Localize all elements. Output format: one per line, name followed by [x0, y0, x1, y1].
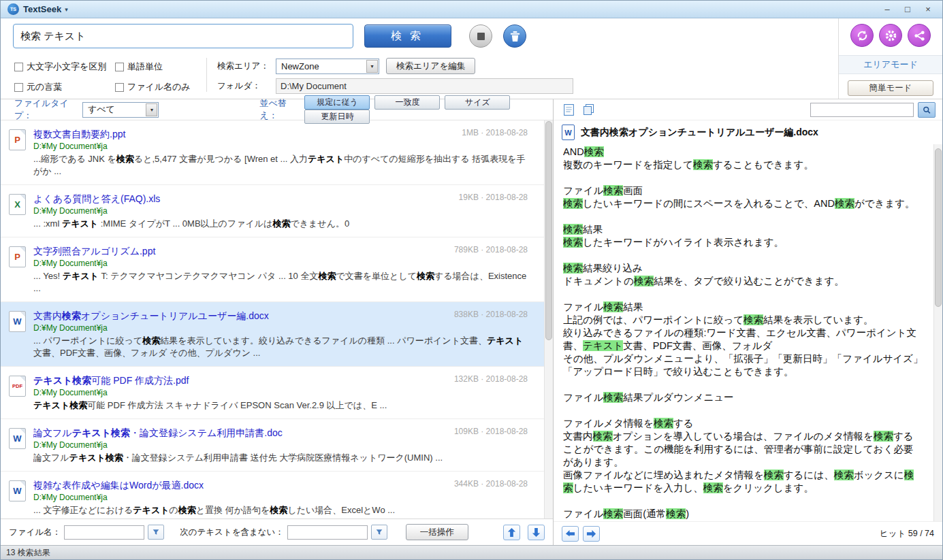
- preview-line: ファイル検索画面: [563, 184, 923, 197]
- gear-icon: [884, 29, 897, 42]
- sync-button[interactable]: [850, 24, 874, 47]
- checkbox-box[interactable]: [115, 63, 124, 71]
- result-item[interactable]: W 344KB · 2018-08-28 複雑な表作成や編集はWordが最適.d…: [1, 472, 544, 518]
- preview-line: ファイル検索結果プルダウンメニュー: [563, 391, 923, 404]
- open-folder-button[interactable]: [581, 101, 597, 118]
- result-item[interactable]: PDF 132KB · 2018-08-28 テキスト検索可能 PDF 作成方法…: [1, 367, 544, 419]
- filename-filter-button[interactable]: [148, 525, 164, 540]
- folder-field[interactable]: [276, 78, 573, 94]
- close-button[interactable]: ×: [918, 2, 938, 17]
- main-area: ファイルタイプ： すべて ▾ 並べ替え： 規定に従う一致度サイズ更新日時 P 1…: [1, 99, 942, 545]
- checkbox-box[interactable]: [115, 83, 124, 92]
- filetype-label: ファイルタイプ：: [14, 97, 78, 122]
- open-file-button[interactable]: [560, 101, 577, 118]
- prev-result-button[interactable]: [503, 525, 520, 540]
- checkbox-box[interactable]: [14, 63, 23, 71]
- clear-results-button[interactable]: [503, 24, 526, 48]
- result-meta: 789KB · 2018-08-28: [454, 245, 528, 254]
- filetype-dropdown[interactable]: すべて ▾: [82, 102, 159, 118]
- file-icon: X: [9, 194, 26, 215]
- area-mode-link[interactable]: エリアモード: [839, 55, 942, 74]
- highlighted-term: 検索: [703, 482, 723, 493]
- preview-line: 検索結果: [563, 223, 923, 236]
- highlighted-term: 検索: [835, 198, 854, 209]
- preview-line: [563, 171, 923, 184]
- checkbox-box[interactable]: [14, 83, 23, 92]
- preview-toolbar: [554, 99, 942, 120]
- result-item[interactable]: X 19KB · 2018-08-28 よくある質問と答え(FAQ).xls D…: [1, 185, 544, 237]
- simple-mode-button[interactable]: 簡単モード: [848, 80, 933, 96]
- maximize-button[interactable]: □: [897, 2, 918, 17]
- result-path: D:¥My Document¥ja: [33, 387, 529, 399]
- preview-scrollbar[interactable]: [933, 144, 942, 521]
- result-item[interactable]: W 109KB · 2018-08-28 論文フルテキスト検索・論文登録システム…: [1, 419, 544, 472]
- result-snippet: ... 文字修正などにおけるテキストの検索と置換 何か語句を検索したい場合、Ex…: [33, 504, 529, 516]
- result-path: D:¥My Document¥ja: [33, 323, 529, 334]
- minimize-button[interactable]: –: [877, 2, 897, 17]
- preview-bottom-bar: ヒット 59 / 74: [554, 521, 942, 545]
- result-item[interactable]: P 789KB · 2018-08-28 文字列照合アルゴリズム.ppt D:¥…: [1, 237, 544, 302]
- highlighted-term: 検索: [584, 146, 604, 157]
- sort-buttons: 規定に従う一致度サイズ更新日時: [304, 95, 553, 124]
- titlebar: TS TextSeek ▾ – □ ×: [1, 1, 942, 18]
- exclude-text-input[interactable]: [287, 525, 368, 540]
- batch-operations-button[interactable]: 一括操作: [406, 524, 468, 540]
- stop-button[interactable]: [469, 24, 492, 48]
- highlighted-term: 検索: [563, 470, 914, 493]
- results-bottom-bar: ファイル名： 次のテキストを含まない： 一括操作: [1, 518, 553, 545]
- highlighted-term: 検索: [693, 159, 713, 170]
- status-bar: 13 検索結果: [1, 545, 942, 559]
- preview-line: [563, 249, 923, 262]
- result-snippet: 論文フルテキスト検索・論文登録システム利用申請書 送付先 大学病院医療情報ネット…: [33, 452, 529, 464]
- share-button[interactable]: [908, 24, 931, 47]
- settings-button[interactable]: [879, 24, 902, 47]
- results-scrollbar[interactable]: [544, 120, 553, 518]
- result-snippet: ... Yes! テキスト T: テクマクマヤコンテクマクマヤコン パタ ...…: [33, 270, 529, 295]
- exclude-filter-button[interactable]: [371, 525, 387, 540]
- preview-doc-title: 文書内検索オプションチュートリアルユーザー編.docx: [581, 127, 818, 139]
- result-title[interactable]: 複数文書自動要約.ppt: [33, 127, 529, 141]
- highlighted-term: 検索: [666, 508, 686, 519]
- preview-search-input[interactable]: [810, 103, 914, 117]
- highlighted-term: 検索: [634, 276, 654, 286]
- checkbox-label: 大文字小文字を区別: [27, 61, 106, 73]
- checkbox-label: 元の言葉: [27, 81, 62, 93]
- option-checkbox[interactable]: 元の言葉: [14, 80, 115, 95]
- search-area-label: 検索エリア：: [217, 61, 269, 72]
- option-checkbox[interactable]: ファイル名のみ: [115, 80, 191, 95]
- search-button[interactable]: 検索: [364, 24, 451, 48]
- option-checkbox[interactable]: 単語単位: [115, 59, 191, 74]
- filename-label: ファイル名：: [9, 527, 61, 538]
- preview-search-button[interactable]: [918, 102, 936, 118]
- up-arrow-icon: [507, 527, 517, 538]
- option-checkbox[interactable]: 大文字小文字を区別: [14, 59, 115, 74]
- preview-line: 検索結果絞り込み: [563, 262, 923, 275]
- document-icon: [563, 103, 575, 116]
- file-icon: W: [9, 480, 26, 501]
- trash-icon: [510, 31, 520, 42]
- app-title-menu[interactable]: TextSeek ▾: [23, 4, 68, 14]
- scrollbar-thumb[interactable]: [935, 148, 942, 307]
- left-arrow-icon: [565, 529, 575, 539]
- highlighted-term: 検索: [593, 431, 613, 442]
- funnel-icon: [153, 527, 159, 537]
- search-area-dropdown[interactable]: NewZone ▾: [276, 59, 379, 74]
- result-title[interactable]: よくある質問と答え(FAQ).xls: [33, 192, 529, 205]
- result-meta: 838KB · 2018-08-28: [454, 310, 528, 319]
- hit-counter: ヒット 59 / 74: [880, 528, 934, 540]
- next-hit-button[interactable]: [583, 526, 600, 542]
- scrollbar-thumb[interactable]: [545, 121, 552, 340]
- result-item[interactable]: P 1MB · 2018-08-28 複数文書自動要約.ppt D:¥My Do…: [1, 120, 544, 185]
- preview-line: ファイルメタ情報を検索する: [563, 417, 923, 430]
- edit-search-area-button[interactable]: 検索エリアを編集: [386, 58, 475, 74]
- results-toolbar: ファイルタイプ： すべて ▾ 並べ替え： 規定に従う一致度サイズ更新日時: [1, 99, 553, 120]
- filetype-value: すべて: [88, 103, 115, 116]
- prev-hit-button[interactable]: [562, 526, 579, 542]
- window-controls: – □ ×: [877, 2, 938, 17]
- result-item[interactable]: W 838KB · 2018-08-28 文書内検索オプションチュートリアルユー…: [1, 302, 544, 367]
- preview-line: 文書内検索オプションを導入している場合は、ファイルのメタ情報を検索することができ…: [563, 430, 923, 469]
- search-input[interactable]: [13, 24, 353, 48]
- options-row: 大文字小文字を区別元の言葉単語単位ファイル名のみ 検索エリア： NewZone …: [1, 54, 838, 99]
- next-result-button[interactable]: [528, 525, 545, 540]
- filename-filter-input[interactable]: [64, 525, 144, 540]
